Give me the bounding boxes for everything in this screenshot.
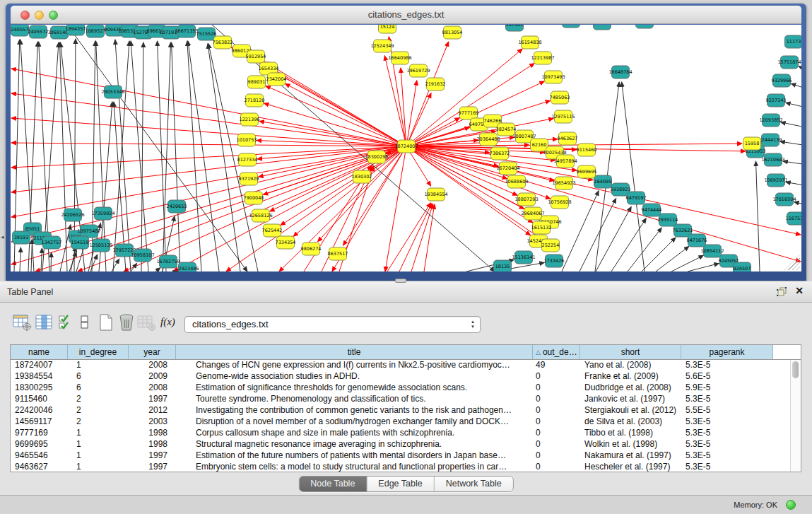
citation-edge-red[interactable] [406,81,417,146]
graph-node-16210643[interactable]: 16210643 [761,153,784,166]
graph-node-2191632[interactable]: 2191632 [425,78,446,90]
citation-edge-black[interactable] [783,161,801,165]
graph-node-164095[interactable]: 164095 [594,175,612,188]
graph-node-2405572[interactable]: 2405572 [28,25,49,38]
graph-node-187682[interactable]: 187682 [506,25,524,31]
table-row[interactable]: 977716911998Corpus callosum shape and si… [11,428,790,439]
tab-edge-table[interactable]: Edge Table [367,477,434,491]
graph-node-16648784[interactable]: 16648784 [608,66,632,78]
citation-edge-black[interactable] [187,41,201,271]
network-window-titlebar[interactable]: citations_edges.txt [11,6,801,24]
delete-table-icon[interactable] [118,312,136,332]
citation-edge-black[interactable] [158,41,166,271]
column-header-title[interactable]: title [176,345,533,359]
graph-node-9463627[interactable]: 9463627 [558,132,578,145]
network-view-window[interactable]: citations_edges.txt 24055724055723069140… [6,4,806,281]
new-table-icon[interactable] [98,312,114,332]
graph-node-18724007[interactable]: 18724007 [394,140,418,153]
citation-edge-black[interactable] [799,66,801,72]
graph-node-2935114[interactable]: 2935114 [658,214,678,226]
graph-node-1944402[interactable]: 1944402 [561,25,582,28]
graph-node-18807293[interactable]: 18807293 [514,193,538,206]
citation-edge-black[interactable] [172,42,180,271]
citation-edge-black[interactable] [188,41,219,271]
table-row[interactable]: 946554611997Estimation of the future num… [11,450,790,462]
close-window-icon[interactable] [20,11,30,20]
citation-edge-black[interactable] [131,263,137,271]
graph-node-15136141[interactable]: 15136141 [512,251,535,264]
graph-node-7515526[interactable]: 7515526 [196,28,217,40]
citation-edge-red[interactable] [406,146,801,235]
scrollbar-thumb[interactable] [792,361,799,378]
graph-node-39193[interactable]: 39193 [13,231,30,244]
graph-node-62160[interactable]: 62160 [531,139,548,151]
graph-node-6479197[interactable]: 6479197 [626,192,647,204]
select-columns-icon[interactable] [58,312,73,332]
citation-network-graph[interactable]: 2405572405572306914061894357106932790943… [11,25,801,271]
citation-edge-black[interactable] [20,247,20,271]
graph-node-240557[interactable]: 240557 [11,25,29,36]
graph-node-11173[interactable]: 11173 [785,35,802,48]
pane-splitter-handle[interactable] [395,279,406,283]
citation-edge-red[interactable] [11,146,406,192]
citation-edge-black[interactable] [786,103,801,109]
table-row[interactable]: 911546021997Tourette syndrome. Phenomeno… [11,394,790,405]
column-header-in_degree[interactable]: in_degree [68,345,129,359]
graph-node-9115460[interactable]: 9115460 [577,144,597,156]
citation-edge-black[interactable] [622,82,645,271]
column-header-pagerank[interactable]: pagerank [681,345,773,359]
graph-node-12444139[interactable]: 12444139 [758,134,782,146]
graph-node-10756928[interactable]: 10756928 [548,196,571,209]
citation-edge-red[interactable] [11,118,406,146]
citation-edge-black[interactable] [208,44,240,271]
float-panel-icon[interactable] [777,287,788,297]
citation-edge-black[interactable] [755,161,760,271]
citation-edge-black[interactable] [611,218,646,271]
graph-node-12923446[interactable]: 12923446 [175,262,199,271]
control-panel-collapse-icon[interactable]: ◂ [1,233,4,240]
citation-edge-red[interactable] [406,42,449,146]
graph-node-2342004[interactable]: 2342004 [266,73,287,86]
graph-node-16033309[interactable]: 16033309 [590,25,613,30]
graph-node-15958[interactable]: 15958 [743,137,761,150]
graph-node-12658126[interactable]: 12658126 [249,209,272,222]
graph-node-1069327[interactable]: 1069327 [86,25,106,37]
tab-node-table[interactable]: Node Table [299,477,367,491]
citation-edge-black[interactable] [579,199,616,271]
graph-node-7334354[interactable]: 7334354 [276,236,296,249]
memory-ok-icon[interactable] [786,500,796,510]
graph-node-16154838[interactable]: 16154838 [518,36,541,49]
graph-node-12975115[interactable]: 12975115 [551,110,575,123]
graph-node-8813054[interactable]: 8813054 [442,26,463,39]
graph-node-9777169[interactable]: 9777169 [459,107,479,119]
show-columns-icon[interactable] [35,312,54,332]
table-row[interactable]: 1872400712008Changes of HCN gene express… [11,360,790,371]
graph-node-8637517[interactable]: 8637517 [328,247,348,260]
graph-node-17016504[interactable]: 17016504 [772,193,796,206]
graph-node-9462733[interactable]: 9462733 [635,25,655,28]
network-canvas[interactable]: 2405572405572306914061894357106932790943… [11,25,801,271]
graph-node-2420653[interactable]: 2420653 [167,200,187,213]
graph-node-9371929[interactable]: 9371929 [239,173,259,185]
graph-node-10688609[interactable]: 10688609 [505,175,528,188]
column-header-year[interactable]: year [129,345,176,359]
minimize-window-icon[interactable] [35,11,44,20]
citation-edge-black[interactable] [786,182,801,187]
citation-edge-red[interactable] [173,146,406,271]
graph-node-8127334[interactable]: 8127334 [237,153,258,166]
graph-node-1894357[interactable]: 1894357 [66,25,86,35]
citation-edge-black[interactable] [155,268,160,271]
graph-node-10958107[interactable]: 10958107 [131,249,154,262]
graph-node-1830302[interactable]: 1830302 [352,170,372,183]
graph-node-2718120[interactable]: 2718120 [245,94,265,107]
graph-node-9227343[interactable]: 9227343 [766,94,787,107]
citation-edge-black[interactable] [781,122,801,129]
graph-node-8471676[interactable]: 8471676 [687,234,707,247]
graph-node-1221396[interactable]: 1221396 [240,113,260,126]
graph-node-9806274[interactable]: 9806274 [301,243,322,255]
citation-edge-black[interactable] [59,42,67,271]
graph-node-18135[interactable]: 18135 [494,260,512,271]
citation-edge-black[interactable] [794,201,801,206]
citation-edge-black[interactable] [671,255,703,271]
graph-node-16671355[interactable]: 16671355 [175,25,198,37]
